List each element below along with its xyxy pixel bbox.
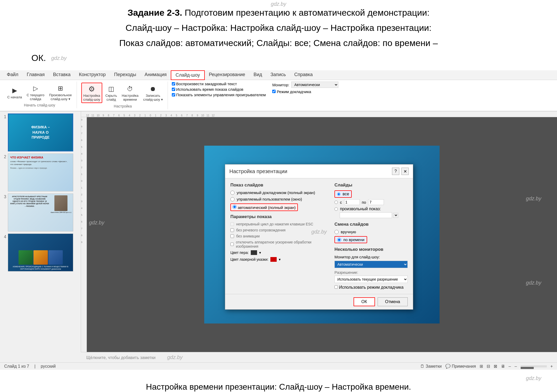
dialog-title-bar: Настройка презентации ? ✕	[225, 164, 413, 178]
zoom-in-btn[interactable]: +	[550, 364, 553, 369]
cb-narration-input[interactable]	[172, 82, 175, 86]
presenter-dialog-input[interactable]	[334, 285, 338, 289]
cb-timings[interactable]: Использовать время показа слайдов	[172, 87, 266, 92]
tab-home[interactable]: Главная	[22, 70, 49, 80]
btn-hide-slide[interactable]: ◫ Скрытьслайд	[104, 83, 118, 103]
presenter-dialog-label[interactable]: Использовать режим докладчика	[334, 285, 403, 289]
add-notes-text: Щёлкните, чтобы добавить заметки	[86, 355, 156, 360]
slide-thumb-3[interactable]: 3 АРИСТОТЕЛЯ НАЗЫВАЮТ КРЕСТНЫМ ОТЦОМ ФИЗ…	[2, 194, 79, 231]
dialog-cancel-btn[interactable]: Отмена	[378, 297, 408, 306]
arbitrary-input-row: ▾	[340, 212, 408, 218]
presenter-checkbox-row: Использовать режим докладчика	[334, 285, 408, 290]
slide-image-3[interactable]: АРИСТОТЕЛЯ НАЗЫВАЮТ КРЕСТНЫМ ОТЦОМ ФИЗИК…	[8, 194, 73, 231]
radio-presenter-input[interactable]	[230, 191, 235, 195]
radio-by-time: по времени	[334, 236, 408, 243]
dialog-help-btn[interactable]: ?	[392, 168, 399, 175]
cb-loop-input[interactable]	[230, 222, 234, 226]
arbitrary-label: произвольный показ:	[340, 207, 381, 211]
radio-all-row: все	[334, 190, 408, 198]
pen-color-swatch[interactable]	[251, 250, 257, 255]
radio-user-input[interactable]	[230, 197, 235, 201]
radio-auto-input[interactable]	[232, 205, 237, 209]
view-slide-btn[interactable]: ⊟	[487, 364, 490, 369]
params-section: Параметры показа непрерывный цикл до наж…	[230, 214, 328, 262]
status-right: 🗒 Заметки 💬 Примечания ⊞ ⊟ ⊠ 🖥 – – +	[420, 364, 553, 369]
tab-slideshow[interactable]: Слайд-шоу	[171, 70, 204, 80]
notes-area[interactable]: Щёлкните, чтобы добавить заметки gdz.by	[81, 352, 557, 362]
nature-img-1	[19, 250, 33, 265]
tab-help[interactable]: Справка	[290, 70, 317, 80]
tab-design[interactable]: Конструктор	[75, 70, 110, 80]
view-presenter-btn[interactable]: 🖥	[501, 364, 505, 369]
radio-presenter: управляемый докладчиком (полный экран)	[230, 190, 328, 195]
view-reading-btn[interactable]: ⊠	[494, 364, 497, 369]
cb-no-narration-input[interactable]	[230, 228, 234, 232]
cb-no-animation-input[interactable]	[230, 234, 234, 238]
laser-dropdown-icon[interactable]: ▾	[279, 257, 281, 262]
watermark-inline: gdz.by	[51, 54, 67, 63]
presenter-mode-label[interactable]: Режим докладчика	[272, 89, 338, 94]
tab-insert[interactable]: Вставка	[49, 70, 75, 80]
dialog-close-btn[interactable]: ✕	[401, 168, 409, 175]
pen-dropdown-icon[interactable]: ▾	[259, 251, 261, 255]
tab-view[interactable]: Вид	[249, 70, 266, 80]
range-from-input[interactable]: 1	[344, 199, 360, 205]
btn-rehearse-timings[interactable]: ⏱ Настройкавремени	[120, 83, 140, 103]
monitor-dialog-select[interactable]: Автоматически	[334, 261, 408, 268]
btn-custom-show[interactable]: ⊞ Произвольноеслайд-шоу ▾	[48, 83, 73, 102]
arbitrary-dropdown[interactable]: ▾	[393, 213, 398, 218]
slide4-images	[19, 250, 63, 265]
monitor-select[interactable]: Автоматически	[291, 82, 338, 88]
monitor-row: Монитор: Автоматически	[272, 82, 338, 88]
zoom-out-btn[interactable]: –	[515, 364, 517, 369]
zoom-bar[interactable]	[521, 365, 547, 367]
slide-thumb-2[interactable]: 2 ЧТО ИЗУЧАЕТ ФИЗИКА слово «Физика» прои…	[2, 154, 79, 191]
presenter-mode-input[interactable]	[272, 90, 276, 93]
radio-arbitrary-input[interactable]	[334, 207, 338, 211]
btn-setup-slideshow[interactable]: ⚙ Настройкаслайд-шоу	[81, 83, 103, 103]
cb-hw-accel-input[interactable]	[230, 242, 234, 246]
slide-num-3: 3	[2, 194, 6, 199]
arbitrary-input[interactable]	[340, 212, 392, 218]
slide-image-1[interactable]: ФИЗИКА –НАУКА ОПРИРОДЕ	[8, 113, 73, 151]
tab-review[interactable]: Рецензирование	[205, 70, 249, 80]
slide-thumb-4[interactable]: 4 ИЗМЕНЕНИЯ, ПРОИСХОДЯЩИЕ С ТЕЛАМИ И ВЕЩ…	[2, 234, 79, 271]
btn-record-slideshow[interactable]: ⏺ Записатьслайд-шоу ▾	[141, 83, 164, 103]
cb-narration[interactable]: Воспроизвести закадровый текст	[172, 82, 266, 86]
slide-thumb-1[interactable]: 1 ФИЗИКА –НАУКА ОПРИРОДЕ	[2, 113, 79, 151]
cb-controls[interactable]: Показать элементы управления проигрывате…	[172, 93, 266, 97]
slide-num-2: 2	[2, 154, 6, 159]
rehearse-icon: ⏱	[125, 84, 135, 94]
view-normal-btn[interactable]: ⊞	[480, 364, 483, 369]
tab-file[interactable]: Файл	[3, 70, 22, 80]
range-to-input[interactable]: 7	[368, 199, 384, 205]
monitors-section: Несколько мониторов Монитор для слайд-шо…	[334, 247, 408, 290]
pen-color-row: Цвет пера: ▾	[230, 250, 328, 255]
btn-from-current[interactable]: ▷ С текущегослайда	[25, 83, 46, 102]
radio-by-time-input[interactable]	[337, 238, 341, 242]
notes-status-btn[interactable]: 🗒 Заметки	[420, 364, 442, 369]
tab-animation[interactable]: Анимация	[140, 70, 171, 80]
btn-from-start[interactable]: ▶ С начала	[6, 85, 24, 100]
slide2-subtitle: слово «Физика» происходит от греческого …	[10, 160, 71, 166]
setup-buttons: ⚙ Настройкаслайд-шоу ◫ Скрытьслайд ⏱ Нас…	[81, 83, 164, 103]
slide2-title: ЧТО ИЗУЧАЕТ ФИЗИКА	[10, 156, 71, 159]
radio-all-input[interactable]	[337, 192, 340, 196]
range-separator: по	[362, 200, 366, 204]
tab-record[interactable]: Запись	[266, 70, 290, 80]
resolution-select[interactable]: Использовать текущее разрешение	[334, 276, 408, 283]
dialog-ok-btn[interactable]: ОК	[354, 297, 375, 306]
laser-color-swatch[interactable]	[270, 257, 277, 262]
slide-image-2[interactable]: ЧТО ИЗУЧАЕТ ФИЗИКА слово «Физика» происх…	[8, 154, 73, 191]
radio-manual-input[interactable]	[334, 230, 339, 234]
slide-image-4[interactable]: ИЗМЕНЕНИЯ, ПРОИСХОДЯЩИЕ С ТЕЛАМИ И ВЕЩЕС…	[8, 234, 73, 271]
bottom-instruction: gdz.by Настройка времени презентации: Сл…	[0, 370, 557, 392]
watermark-bottom-top: gdz.by	[526, 375, 541, 381]
comments-status-btn[interactable]: 💬 Примечания	[445, 364, 476, 369]
cb-controls-input[interactable]	[172, 93, 175, 96]
radio-range-input[interactable]	[334, 201, 338, 204]
cb-timings-input[interactable]	[172, 88, 175, 91]
tab-transitions[interactable]: Переходы	[110, 70, 140, 80]
start-group-label: Начать слайд-шоу	[24, 103, 55, 107]
radio-manual-label: вручную	[341, 230, 356, 234]
